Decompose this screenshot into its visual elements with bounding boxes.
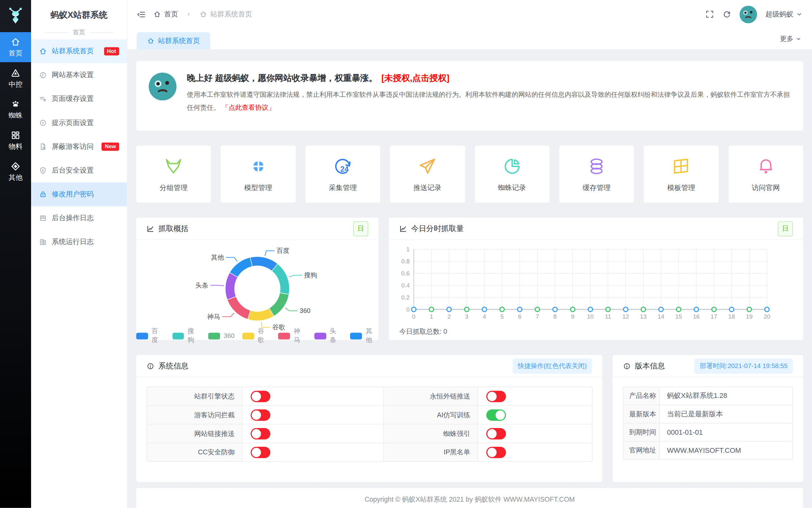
donut-label-神马: 神马 <box>207 313 220 320</box>
sidebar-item-home[interactable]: 站群系统首页 Hot <box>31 39 127 63</box>
data-point <box>676 307 681 311</box>
quick-link-send[interactable]: 推送记录 <box>390 145 465 203</box>
legend-item-百度[interactable]: 百度 <box>136 327 164 345</box>
toggle-站群引擎状态[interactable] <box>251 391 271 402</box>
breadcrumb-current[interactable]: 站群系统首页 <box>199 9 252 19</box>
welcome-title: 晚上好 超级蚂蚁，愿你网站收录暴增，权重暴涨。[未授权,点击授权] <box>187 73 791 84</box>
toggle-蜘蛛强引[interactable] <box>486 428 506 439</box>
data-point <box>623 307 628 311</box>
svg-text:0.4: 0.4 <box>401 282 410 289</box>
info-row: 系统信息 快捷操作(红色代表关闭) 站群引擎状态 永恒外链推送 游客访问拦截 A… <box>136 355 803 482</box>
sidebar-item-ban[interactable]: 网站基本设置 <box>31 63 127 87</box>
toggle-label: 网站链接推送 <box>147 425 243 443</box>
user-menu[interactable]: 超级蚂蚁 <box>765 9 803 19</box>
legend-item-神马[interactable]: 神马 <box>278 327 306 345</box>
quick-link-h24[interactable]: 24 采集管理 <box>305 145 380 203</box>
quick-actions-badge[interactable]: 快捷操作(红色代表关闭) <box>512 358 592 373</box>
svg-text:5: 5 <box>500 313 504 320</box>
svg-text:0: 0 <box>412 313 415 320</box>
data-point <box>465 307 469 311</box>
send-icon <box>417 156 437 176</box>
breadcrumb-home[interactable]: 首页 <box>153 9 178 19</box>
toggle-cell <box>478 425 592 443</box>
donut-slice-谷歌[interactable] <box>248 308 274 321</box>
quick-link-fox[interactable]: 分组管理 <box>136 145 211 203</box>
svg-text:19: 19 <box>746 313 753 320</box>
toggle-永恒外链推送[interactable] <box>486 391 506 402</box>
svg-text:3: 3 <box>465 313 468 320</box>
quick-link-clover[interactable]: 模型管理 <box>221 145 295 203</box>
donut-slice-头条[interactable] <box>225 272 237 300</box>
toggle-游客访问拦截[interactable] <box>251 409 271 420</box>
sidebar-item-hint[interactable]: 提示页面设置 <box>31 111 127 135</box>
brand-logo[interactable] <box>0 0 31 32</box>
toggle-网站链接推送[interactable] <box>251 428 271 439</box>
data-point <box>747 307 752 311</box>
home-icon <box>199 10 207 18</box>
sidebar-item-oplog[interactable]: 后台操作日志 <box>31 206 127 230</box>
lock-icon <box>39 190 47 198</box>
donut-slice-神马[interactable] <box>227 297 250 320</box>
period-day-button[interactable]: 日 <box>353 221 368 236</box>
tabs-more-button[interactable]: 更多 <box>780 34 802 43</box>
data-point <box>641 307 646 311</box>
svg-text:10: 10 <box>587 313 594 320</box>
user-avatar[interactable] <box>739 5 757 23</box>
legend-item-其他[interactable]: 其他 <box>350 327 379 345</box>
clover-icon <box>248 156 269 176</box>
crawl-summary-card: 抓取概括 日 百度搜狗360谷歌神马头条其他 百度 搜狗 360 谷歌 <box>136 218 379 340</box>
rail-item-other[interactable]: 其他 <box>0 157 31 186</box>
svg-text:9: 9 <box>571 313 574 320</box>
legend-item-360[interactable]: 360 <box>208 332 235 340</box>
rail-item-control[interactable]: 中控 <box>0 63 31 93</box>
legend-item-头条[interactable]: 头条 <box>314 327 342 345</box>
sidebar-item-lock[interactable]: 修改用户密码 <box>31 182 127 206</box>
rail-item-material[interactable]: 物料 <box>0 125 31 156</box>
cache-icon <box>39 95 47 103</box>
spider-icon <box>10 99 21 109</box>
quick-link-pie[interactable]: 蜘蛛记录 <box>475 145 550 203</box>
rail-item-home[interactable]: 首页 <box>0 32 31 62</box>
sidebar-item-file[interactable]: 屏蔽游客访问 New <box>31 135 127 159</box>
toggle-AI仿写训练[interactable] <box>486 409 506 420</box>
sidebar-item-cache[interactable]: 页面缓存设置 <box>31 87 127 111</box>
fullscreen-icon[interactable] <box>706 10 714 19</box>
unauthorized-link[interactable]: [未授权,点击授权] <box>381 73 449 82</box>
agreement-link[interactable]: 「点此查看协议」 <box>222 104 275 111</box>
home-icon <box>10 37 21 47</box>
brand-title: 蚂蚁X站群系统 <box>31 0 127 27</box>
system-info-card: 系统信息 快捷操作(红色代表关闭) 站群引擎状态 永恒外链推送 游客访问拦截 A… <box>136 355 603 482</box>
sidebar: 蚂蚁X站群系统 首页 站群系统首页 Hot 网站基本设置 页面缓存设置 提示页面… <box>31 0 128 508</box>
version-row-label: 产品名称 <box>623 387 660 405</box>
data-point <box>429 307 434 311</box>
app-window: 首页 中控 蜘蛛 物料 其他 蚂蚁X站群系统 首页 站群系统首页 Hot 网站基… <box>0 0 812 508</box>
donut-slice-其他[interactable] <box>230 257 252 277</box>
donut-label-搜狗: 搜狗 <box>304 271 317 279</box>
file-icon <box>39 142 47 151</box>
svg-text:2: 2 <box>447 313 450 320</box>
period-day-button[interactable]: 日 <box>778 221 793 236</box>
quick-link-window[interactable]: 模板管理 <box>644 145 719 203</box>
donut-label-头条: 头条 <box>195 282 208 289</box>
line-chart-icon <box>146 225 154 232</box>
sidebar-group-label: 首页 <box>31 27 127 37</box>
rail-item-spider[interactable]: 蜘蛛 <box>0 94 31 124</box>
shield-icon <box>39 166 47 174</box>
sidebar-item-shield[interactable]: 后台安全设置 <box>31 159 127 182</box>
sidebar-item-runlog[interactable]: 系统运行日志 <box>31 230 127 254</box>
window-icon <box>671 156 691 176</box>
tab-site-home[interactable]: 站群系统首页 <box>137 32 210 49</box>
quick-link-db[interactable]: 缓存管理 <box>559 145 634 203</box>
donut-slice-搜狗[interactable] <box>272 264 289 294</box>
runlog-icon <box>39 238 47 246</box>
legend-item-搜狗[interactable]: 搜狗 <box>172 327 200 345</box>
svg-text:12: 12 <box>622 313 629 320</box>
toggle-CC安全防御[interactable] <box>251 447 271 458</box>
refresh-icon[interactable] <box>722 10 731 19</box>
welcome-disclaimer: 使用本工作室软件请遵守国家法律法规，禁止利用本工作室软件从事违反中国法律法规的行… <box>187 88 791 115</box>
legend-item-谷歌[interactable]: 谷歌 <box>242 327 271 345</box>
collapse-sidebar-icon[interactable] <box>137 9 146 19</box>
toggle-IP黑名单[interactable] <box>486 447 506 458</box>
quick-link-bell[interactable]: 访问官网 <box>728 145 803 203</box>
data-point <box>412 307 416 311</box>
